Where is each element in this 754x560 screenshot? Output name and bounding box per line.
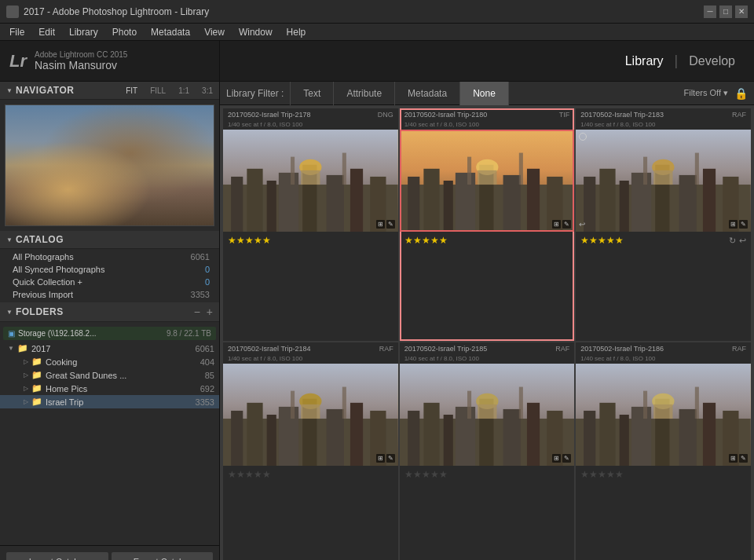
menu-help[interactable]: Help [280, 25, 313, 39]
module-develop-btn[interactable]: Develop [683, 51, 741, 71]
menu-metadata[interactable]: Metadata [145, 25, 196, 39]
menu-edit[interactable]: Edit [32, 25, 61, 39]
close-button[interactable]: ✕ [735, 5, 748, 18]
folders-header[interactable]: ▼ Folders − + [0, 302, 219, 322]
photo-title: 20170502-Israel Trip-2183 [580, 111, 664, 119]
svg-rect-47 [279, 406, 298, 465]
photo-cell-4[interactable]: 20170502-Israel Trip-2184 RAF 1/40 sec a… [223, 342, 398, 561]
subfolder-home-count: 692 [200, 384, 214, 393]
import-catalog-button[interactable]: Import Catalog [6, 552, 108, 560]
app-name-label: Adobe Lightroom CC 2015 [35, 50, 127, 59]
subfolder-gsd-icon: 📁 [31, 370, 42, 380]
lock-icon[interactable]: 🔒 [734, 87, 748, 100]
catalog-previous-count: 3353 [191, 290, 210, 299]
svg-rect-55 [342, 386, 346, 418]
svg-rect-54 [291, 390, 295, 418]
minimize-button[interactable]: ─ [704, 5, 716, 18]
filter-tab-attribute[interactable]: Attribute [334, 82, 395, 105]
photo-thumb: ⊞ ✎ [223, 130, 398, 232]
module-library-btn[interactable]: Library [619, 51, 670, 71]
svg-rect-2 [231, 177, 243, 232]
svg-rect-11 [301, 170, 320, 185]
photo-cell-2[interactable]: 20170502-Israel Trip-2180 TIF 1/40 sec a… [400, 108, 575, 341]
photo-footer: ★★★★★ [223, 232, 398, 249]
flag-icon: ↩ [739, 236, 746, 246]
navigator-header[interactable]: ▼ Navigator FIT FILL 1:1 3:1 [0, 82, 219, 100]
subfolder-gsd-count: 85 [205, 371, 214, 380]
svg-rect-49 [327, 408, 344, 465]
nav-size-1-1[interactable]: 1:1 [178, 86, 189, 95]
navigator-triangle-icon: ▼ [6, 87, 13, 94]
photo-thumb: ⊞ ✎ [576, 364, 751, 466]
svg-rect-21 [503, 175, 520, 232]
photo-cell-1[interactable]: 20170502-Israel Trip-2178 DNG 1/40 sec a… [223, 108, 398, 341]
subfolder-home-triangle-icon: ▷ [24, 385, 28, 392]
filter-tab-text[interactable]: Text [290, 82, 334, 105]
filter-right: Filters Off ▾ 🔒 [683, 87, 748, 100]
svg-rect-46 [267, 415, 276, 466]
filter-tab-metadata[interactable]: Metadata [395, 82, 460, 105]
folder-year-2017[interactable]: ▼ 📁 2017 6061 [0, 342, 219, 355]
catalog-synced-photos[interactable]: All Synced Photographs 0 [0, 263, 219, 276]
svg-rect-32 [620, 181, 629, 232]
nav-size-fill[interactable]: FILL [150, 86, 166, 95]
photo-footer: ★★★★★ [576, 466, 751, 483]
folder-controls: − + [194, 306, 213, 318]
nav-size-3-1[interactable]: 3:1 [202, 86, 213, 95]
svg-rect-31 [600, 169, 616, 232]
svg-rect-44 [231, 410, 243, 465]
folders-section: ▣ Storage (\\192.168.2... 9.8 / 22.1 TB … [0, 322, 219, 545]
catalog-previous-import[interactable]: Previous Import 3353 [0, 288, 219, 301]
photo-cell-5[interactable]: 20170502-Israel Trip-2185 RAF 1/40 sec a… [400, 342, 575, 561]
catalog-quick-collection[interactable]: Quick Collection + 0 [0, 276, 219, 288]
subfolder-israel-triangle-icon: ▷ [24, 398, 28, 405]
filter-tab-none[interactable]: None [460, 82, 509, 105]
photo-meta: 1/40 sec at f / 8.0, ISO 100 [576, 355, 751, 364]
catalog-quick-label: Quick Collection + [13, 277, 82, 287]
nav-size-fit[interactable]: FIT [126, 86, 137, 95]
photo-header: 20170502-Israel Trip-2185 RAF [400, 342, 575, 355]
maximize-button[interactable]: □ [719, 5, 732, 18]
subfolder-cooking[interactable]: ▷ 📁 Cooking 404 [0, 355, 219, 368]
catalog-all-photos[interactable]: All Photographs 6061 [0, 251, 219, 263]
photo-title: 20170502-Israel Trip-2178 [228, 111, 311, 119]
catalog-header[interactable]: ▼ Catalog [0, 231, 219, 249]
menu-photo[interactable]: Photo [106, 25, 143, 39]
subfolder-home-pics[interactable]: ▷ 📁 Home Pics 692 [0, 382, 219, 395]
storage-name: Storage (\\192.168.2... [18, 329, 163, 338]
svg-rect-83 [695, 386, 699, 418]
menu-view[interactable]: View [198, 25, 231, 39]
svg-rect-7 [327, 175, 344, 232]
user-name-label: Nasim Mansurov [35, 59, 127, 71]
svg-rect-36 [703, 169, 716, 232]
menu-window[interactable]: Window [232, 25, 279, 39]
folder-year-label: 2017 [31, 344, 192, 353]
folder-plus-btn[interactable]: + [207, 306, 213, 318]
svg-rect-63 [503, 408, 520, 465]
svg-rect-64 [527, 402, 540, 465]
svg-rect-18 [443, 181, 452, 232]
photo-format: RAF [732, 345, 746, 353]
photo-cell-6[interactable]: 20170502-Israel Trip-2186 RAF 1/40 sec a… [576, 342, 751, 561]
svg-rect-68 [467, 390, 471, 418]
subfolder-israel-trip[interactable]: ▷ 📁 Israel Trip 3353 [0, 395, 219, 408]
export-catalog-button[interactable]: Export Catalog [112, 552, 214, 560]
filters-off-button[interactable]: Filters Off ▾ [683, 88, 728, 98]
svg-rect-82 [643, 390, 647, 418]
subfolder-great-sand-dunes[interactable]: ▷ 📁 Great Sand Dunes ... 85 [0, 368, 219, 382]
storage-item[interactable]: ▣ Storage (\\192.168.2... 9.8 / 22.1 TB [3, 327, 216, 340]
app-header: Lr Adobe Lightroom CC 2015 Nasim Mansuro… [0, 41, 754, 82]
svg-rect-30 [584, 177, 595, 232]
photo-cell-3[interactable]: 20170502-Israel Trip-2183 RAF 1/40 sec a… [576, 108, 751, 341]
folder-minus-btn[interactable]: − [194, 306, 200, 318]
nav-size-buttons: FIT FILL 1:1 3:1 [126, 86, 213, 95]
svg-rect-33 [631, 173, 651, 232]
edit-icon: ✎ [562, 220, 571, 229]
photo-title: 20170502-Israel Trip-2184 [228, 345, 311, 353]
svg-rect-58 [408, 410, 419, 465]
catalog-list: All Photographs 6061 All Synced Photogra… [0, 249, 219, 302]
menu-library[interactable]: Library [63, 25, 104, 39]
svg-rect-8 [350, 169, 363, 232]
menu-file[interactable]: File [3, 25, 31, 39]
navigator-image [5, 104, 214, 226]
